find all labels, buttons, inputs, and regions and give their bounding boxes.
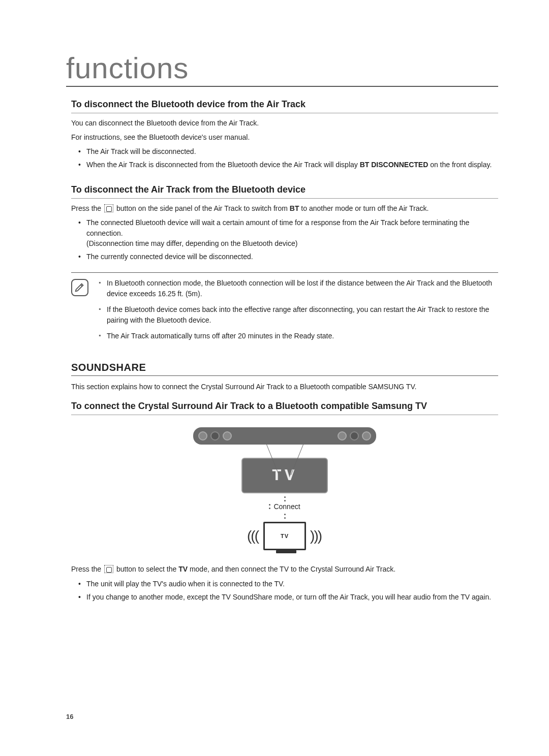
source-button-icon: [104, 204, 113, 212]
sec1-b2-bold: BT DISCONNECTED: [360, 161, 429, 169]
page-title: functions: [66, 51, 498, 87]
connection-diagram: TV Connect ((( TV (((: [71, 427, 498, 550]
signal-wave-icon: (((: [247, 528, 258, 544]
connection-dots-icon: [269, 504, 270, 509]
ss-bullet-2: If you change to another mode, except th…: [80, 592, 498, 602]
note-2: If the Bluetooth device comes back into …: [99, 304, 498, 326]
tv-graphic: TV: [263, 522, 306, 550]
ss-bullet-1: The unit will play the TV's audio when i…: [80, 579, 498, 589]
connection-dots-icon: [284, 514, 286, 519]
sec2-intro: Press the button on the side panel of th…: [71, 204, 498, 214]
sec2-bullets: The connected Bluetooth device will wait…: [71, 217, 498, 262]
press-pre: Press the: [71, 565, 103, 573]
note-1: In Bluetooth connection mode, the Blueto…: [99, 278, 498, 299]
note-block: In Bluetooth connection mode, the Blueto…: [71, 272, 498, 346]
soundbar-button-icon: [338, 431, 347, 440]
sec2-intro-pre: Press the: [71, 204, 103, 212]
soundbar-graphic: [193, 427, 376, 445]
sec1-b2-pre: When the Air Track is disconnected from …: [86, 161, 360, 169]
soundbar-right-buttons: [338, 431, 371, 440]
soundbar-button-icon: [350, 431, 359, 440]
sec2-bullet-1: The connected Bluetooth device will wait…: [80, 217, 498, 248]
page-number: 16: [66, 713, 73, 720]
sec1-bullet-2: When the Air Track is disconnected from …: [80, 160, 498, 170]
note-3: The Air Track automatically turns off af…: [99, 331, 498, 341]
press-mid: button to select the: [114, 565, 178, 573]
sec2-intro-bold: BT: [290, 204, 299, 212]
sec1-bullets: The Air Track will be disconnected. When…: [71, 146, 498, 170]
press-post: mode, and then connect the TV to the Cry…: [188, 565, 395, 573]
sec1-bullet-1: The Air Track will be disconnected.: [80, 146, 498, 156]
front-display-graphic: TV: [241, 458, 328, 493]
sec2-b1-l2: (Disconnection time may differ, dependin…: [86, 238, 498, 248]
sec2-intro-post: to another mode or turn off the Air Trac…: [299, 204, 429, 212]
soundshare-intro: This section explains how to connect the…: [71, 382, 498, 392]
press-instruction: Press the button to select the TV mode, …: [71, 564, 498, 575]
sec1-intro1: You can disconnect the Bluetooth device …: [71, 118, 498, 129]
sec2-b1-l1: The connected Bluetooth device will wait…: [86, 217, 498, 238]
connect-row: Connect: [269, 502, 300, 511]
soundbar-button-icon: [223, 431, 232, 440]
sec1-b2-post: on the front display.: [428, 161, 492, 169]
soundbar-button-icon: [198, 431, 207, 440]
signal-wave-icon: (((: [311, 528, 322, 544]
sec1-intro2: For instructions, see the Bluetooth devi…: [71, 133, 498, 143]
tv-row: ((( TV (((: [247, 522, 322, 550]
heading-disconnect-device: To disconnect the Bluetooth device from …: [71, 99, 498, 113]
connection-dots-icon: [284, 496, 286, 501]
note-pencil-icon: [71, 279, 88, 296]
soundbar-button-icon: [210, 431, 220, 440]
sec2-intro-mid: button on the side panel of the Air Trac…: [114, 204, 290, 212]
sec2-bullet-2: The currently connected device will be d…: [80, 251, 498, 262]
soundshare-bullets: The unit will play the TV's audio when i…: [71, 579, 498, 603]
page-content: To disconnect the Bluetooth device from …: [66, 99, 498, 602]
note-list: In Bluetooth connection mode, the Blueto…: [99, 278, 498, 346]
soundbar-button-icon: [362, 431, 371, 440]
source-button-icon: [104, 565, 113, 573]
press-bold: TV: [178, 565, 188, 573]
heading-connect-tv: To connect the Crystal Surround Air Trac…: [71, 401, 498, 415]
heading-soundshare: SOUNDSHARE: [71, 362, 498, 376]
soundbar-left-buttons: [198, 431, 232, 440]
connect-label: Connect: [273, 502, 300, 511]
heading-disconnect-airtrack: To disconnect the Air Track from the Blu…: [71, 184, 498, 199]
